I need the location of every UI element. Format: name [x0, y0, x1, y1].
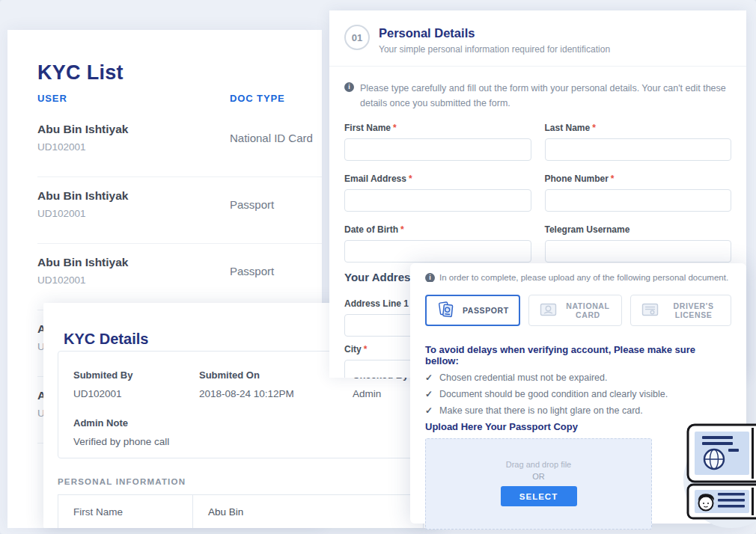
info-row-label: First Name: [58, 495, 193, 528]
doc-type-value: National ID Card: [230, 132, 313, 144]
form-note-text: Please type carefully and fill out the f…: [360, 83, 726, 108]
form-field: Last Name: [545, 123, 732, 161]
doc-type-options: PASSPORT NATIONAL CARD: [425, 295, 731, 326]
column-header-doc-type: DOC TYPE: [230, 93, 285, 104]
kyc-details-title: KYC Details: [64, 331, 148, 348]
checklist-item: Chosen credential must not be expaired.: [425, 372, 731, 383]
admin-note-value: Verified by phone call: [73, 436, 169, 447]
upload-note-text: In order to complete, please upload any …: [439, 273, 728, 282]
user-name: Abu Bin Ishtiyak: [37, 256, 128, 269]
required-asterisk: [398, 224, 404, 235]
checklist-item: Document should be good condition and cl…: [425, 389, 731, 399]
text-input[interactable]: [545, 240, 732, 263]
national-card-icon: [539, 301, 558, 320]
field-label: Phone Number: [545, 174, 732, 184]
required-asterisk: [406, 174, 412, 184]
admin-note-label: Admin Note: [73, 417, 169, 429]
drivers-license-option-label: DRIVER'S LICENSE: [666, 301, 721, 319]
kyc-list-row[interactable]: Abu Bin Ishtiyak UD102001 Passport: [37, 244, 322, 310]
personal-details-title: Personal Details: [379, 26, 475, 40]
personal-information-heading: PERSONAL INFORMATION: [58, 477, 186, 486]
doc-type-value: Passport: [230, 265, 274, 277]
file-dropzone[interactable]: Drag and drop file OR SELECT: [425, 438, 652, 530]
form-field: Date of Birth: [344, 224, 531, 263]
submitted-on-label: Submited On: [199, 369, 294, 381]
passport-option-label: PASSPORT: [463, 306, 509, 315]
checkmark-icon: [425, 372, 433, 383]
personal-details-subtitle: Your simple personal information require…: [379, 44, 610, 55]
checkmark-icon: [425, 405, 433, 416]
drag-drop-text: Drag and drop file: [426, 460, 651, 469]
text-input[interactable]: [545, 189, 732, 212]
submitted-on-value: 2018-08-24 10:12PM: [199, 388, 294, 399]
form-field: Phone Number: [545, 174, 732, 212]
text-input[interactable]: [344, 189, 531, 212]
form-fields-grid: First Name Last Name Email Address: [344, 123, 731, 275]
upload-note: In order to complete, please upload any …: [425, 273, 731, 282]
checkmark-icon: [425, 389, 433, 399]
text-input[interactable]: [344, 138, 531, 161]
national-card-option-label: NATIONAL CARD: [564, 301, 612, 319]
user-name: Abu Bin Ishtiyak: [37, 123, 128, 136]
field-label: Email Address: [344, 174, 531, 184]
required-asterisk: [391, 123, 397, 133]
user-id: UD102001: [37, 208, 86, 219]
kyc-list-row[interactable]: Abu Bin Ishtiyak UD102001 Passport: [37, 177, 322, 244]
submitted-by-value: UD102001: [73, 388, 132, 399]
id-cards-illustration: [668, 414, 756, 534]
kyc-list-title: KYC List: [37, 61, 124, 85]
info-icon: [425, 273, 435, 282]
verification-checklist: Chosen credential must not be expaired. …: [425, 372, 731, 416]
kyc-list-column-headers: USER DOC TYPE: [37, 93, 322, 104]
submitted-by-label: Submited By: [73, 369, 132, 381]
national-card-option-button[interactable]: NATIONAL CARD: [528, 295, 622, 326]
kyc-admin-screen: KYC List USER DOC TYPE Abu Bin Ishtiyak …: [0, 0, 756, 534]
required-asterisk: [609, 174, 615, 184]
form-field: Email Address: [344, 174, 531, 212]
drivers-license-option-button[interactable]: DRIVER'S LICENSE: [630, 295, 731, 326]
drivers-license-icon: [641, 301, 659, 320]
checklist-item-text: Document should be good condition and cl…: [439, 389, 668, 399]
doc-type-value: Passport: [230, 198, 274, 211]
personal-details-header: 01 Personal Details Your simple personal…: [329, 10, 746, 67]
required-asterisk: [590, 123, 596, 133]
user-id: UD102001: [37, 141, 86, 153]
form-field: First Name: [344, 123, 531, 161]
personal-information-table: First Name Abu Bin: [58, 494, 424, 528]
or-text: OR: [426, 472, 651, 481]
verification-notice-title: To avoid delays when verifying account, …: [425, 344, 731, 366]
field-label: Last Name: [545, 123, 732, 133]
step-number-badge: 01: [344, 25, 370, 50]
submitted-on-block: Submited On 2018-08-24 10:12PM: [199, 369, 294, 399]
required-asterisk: [362, 344, 368, 355]
admin-note-block: Admin Note Verified by phone call: [73, 417, 169, 447]
info-row-value: Abu Bin: [193, 495, 243, 528]
field-label: Telegram Username: [545, 224, 732, 235]
user-id: UD102001: [37, 274, 86, 286]
passport-option-button[interactable]: PASSPORT: [425, 295, 520, 326]
text-input[interactable]: [545, 138, 732, 161]
form-field: Telegram Username: [545, 224, 732, 263]
text-input[interactable]: [344, 240, 531, 263]
kyc-list-row[interactable]: Abu Bin Ishtiyak UD102001 National ID Ca…: [37, 111, 322, 177]
form-note: Please type carefully and fill out the f…: [344, 81, 746, 111]
checked-by-value: Admin: [353, 388, 408, 399]
info-icon: [344, 82, 354, 92]
checklist-item-text: Make sure that there is no light glare o…: [439, 405, 643, 416]
field-label: First Name: [344, 123, 531, 133]
column-header-user: USER: [37, 93, 67, 104]
checklist-item-text: Chosen credential must not be expaired.: [439, 372, 607, 383]
passport-icon: [436, 301, 456, 320]
user-name: Abu Bin Ishtiyak: [37, 189, 128, 203]
submitted-by-block: Submited By UD102001: [73, 369, 132, 399]
field-label: Date of Birth: [344, 224, 531, 235]
select-file-button[interactable]: SELECT: [501, 486, 577, 506]
